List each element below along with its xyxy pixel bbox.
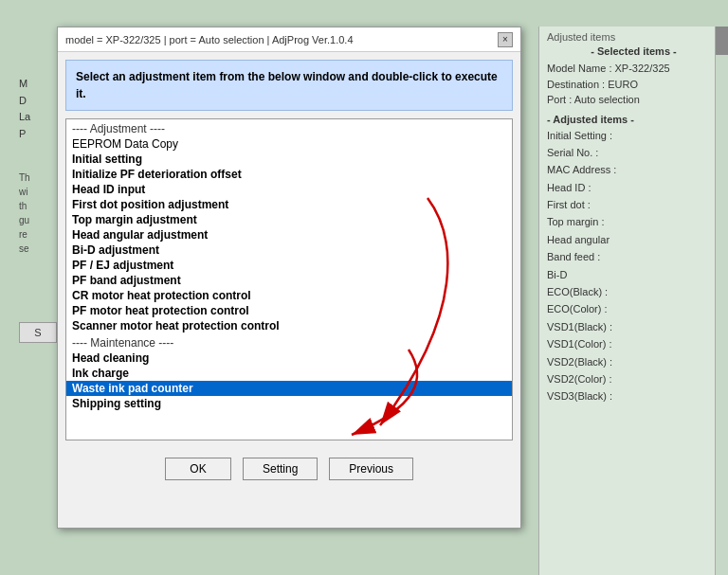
adjusted-field: First dot : — [547, 198, 720, 212]
dialog-titlebar: model = XP-322/325 | port = Auto selecti… — [58, 27, 520, 52]
list-item-cr-motor[interactable]: CR motor heat protection control — [66, 288, 512, 303]
list-item-head-angular[interactable]: Head angular adjustment — [66, 227, 512, 243]
previous-button[interactable]: Previous — [329, 458, 413, 480]
list-item-init-pf[interactable]: Initialize PF deterioration offset — [66, 167, 512, 182]
adjusted-field: Band feed : — [547, 250, 720, 264]
list-item-head-cleaning[interactable]: Head cleaning — [66, 350, 512, 366]
adjusted-field: VSD2(Black) : — [547, 355, 720, 369]
adjusted-field: VSD2(Color) : — [547, 372, 720, 386]
adjusted-field: Initial Setting : — [547, 129, 720, 143]
right-panel-scrollbar-thumb[interactable] — [716, 27, 728, 55]
adjusted-field: VSD3(Black) : — [547, 389, 720, 404]
main-dialog: model = XP-322/325 | port = Auto selecti… — [57, 27, 521, 529]
list-item-head-id[interactable]: Head ID input — [66, 182, 512, 197]
list-item-ink-charge[interactable]: Ink charge — [66, 366, 512, 381]
adjusted-field: ECO(Black) : — [547, 285, 720, 299]
list-item-section-adjustment[interactable]: ---- Adjustment ---- — [66, 119, 512, 136]
close-button[interactable]: × — [498, 32, 513, 47]
adjusted-field: Head ID : — [547, 181, 720, 195]
right-panel-title: Adjusted items — [547, 31, 720, 43]
list-item-pf-band[interactable]: PF band adjustment — [66, 273, 512, 288]
instruction-text: Select an adjustment item from the below… — [65, 60, 513, 111]
bg-s-button[interactable]: S — [19, 322, 57, 343]
button-row: OK Setting Previous — [58, 450, 520, 488]
adjusted-field: Bi-D — [547, 268, 720, 282]
selected-items-header: - Selected items - — [547, 45, 720, 57]
list-item-pf-motor[interactable]: PF motor heat protection control — [66, 303, 512, 318]
dialog-title: model = XP-322/325 | port = Auto selecti… — [65, 34, 354, 45]
list-item-top-margin[interactable]: Top margin adjustment — [66, 212, 512, 227]
list-item-shipping[interactable]: Shipping setting — [66, 396, 512, 411]
adjusted-items-header: - Adjusted items - — [547, 114, 720, 125]
adjusted-field: VSD1(Black) : — [547, 320, 720, 334]
adjusted-field: Head angular — [547, 233, 720, 247]
list-item-pf-ej[interactable]: PF / EJ adjustment — [66, 258, 512, 273]
adjusted-field: VSD1(Color) : — [547, 337, 720, 351]
adjusted-fields: Initial Setting :Serial No. :MAC Address… — [547, 129, 720, 404]
right-panel: Adjusted items - Selected items - Model … — [538, 27, 728, 575]
setting-button[interactable]: Setting — [243, 458, 318, 480]
ok-button[interactable]: OK — [165, 458, 231, 480]
right-panel-scrollbar[interactable] — [715, 27, 728, 575]
listbox-container: ---- Adjustment ----EEPROM Data CopyInit… — [65, 118, 513, 440]
adjustment-listbox[interactable]: ---- Adjustment ----EEPROM Data CopyInit… — [66, 119, 512, 440]
list-item-scanner-motor[interactable]: Scanner motor heat protection control — [66, 318, 512, 333]
model-name: Model Name : XP-322/325 Destination : EU… — [547, 61, 720, 108]
list-item-eeprom[interactable]: EEPROM Data Copy — [66, 136, 512, 152]
list-item-bid[interactable]: Bi-D adjustment — [66, 243, 512, 258]
list-item-initial[interactable]: Initial setting — [66, 152, 512, 167]
adjusted-field: Top margin : — [547, 215, 720, 229]
adjusted-field: ECO(Color) : — [547, 302, 720, 316]
list-item-waste-ink[interactable]: Waste ink pad counter — [66, 381, 512, 396]
adjusted-field: Serial No. : — [547, 146, 720, 160]
adjusted-field: MAC Address : — [547, 163, 720, 177]
list-item-section-maintenance[interactable]: ---- Maintenance ---- — [66, 333, 512, 350]
list-item-first-dot[interactable]: First dot position adjustment — [66, 197, 512, 212]
